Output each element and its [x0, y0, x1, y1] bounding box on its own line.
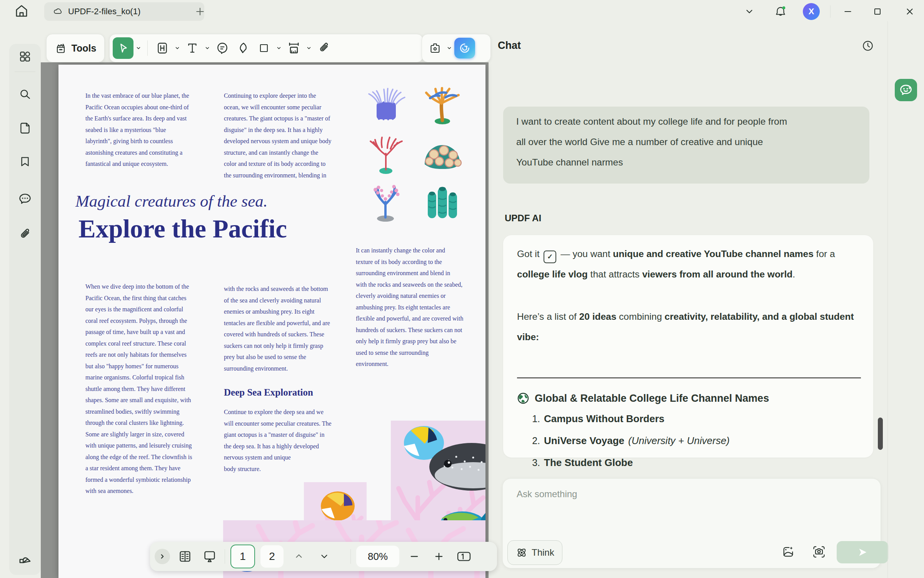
- chevron-down-icon: [205, 45, 210, 51]
- sidebar-item-thumbnails[interactable]: [15, 119, 35, 138]
- doc-subtitle: Magical creatures of the sea.: [75, 192, 268, 210]
- attachment-tool-button[interactable]: [314, 37, 334, 59]
- doc-paragraph: It can instantly change the color and te…: [356, 245, 479, 370]
- ai-section-heading: Global & Relatable College Life Channel …: [517, 392, 769, 404]
- ai-chat-button[interactable]: [895, 79, 917, 101]
- sidebar-item-attachments[interactable]: [15, 225, 35, 244]
- stamp-tool-button[interactable]: [426, 37, 444, 59]
- sidebar-item-comments[interactable]: [15, 189, 35, 209]
- presentation-icon: [203, 550, 217, 563]
- camera-capture-icon: [812, 545, 826, 559]
- sidebar-item-signature[interactable]: [15, 548, 35, 567]
- updf-ai-button[interactable]: [454, 38, 475, 58]
- presentation-button[interactable]: [200, 547, 219, 566]
- close-icon: [905, 7, 915, 17]
- two-page-view-icon: [178, 550, 192, 563]
- text-tool-dropdown[interactable]: [203, 45, 212, 51]
- text-tool-button[interactable]: [182, 37, 202, 59]
- shape-tool-dropdown[interactable]: [275, 45, 283, 51]
- doc-paragraph: In the vast embrace of our blue planet, …: [85, 90, 207, 170]
- signature-pen-icon: [18, 550, 32, 565]
- select-tool-button[interactable]: [113, 37, 133, 59]
- insert-image-button[interactable]: [778, 541, 798, 563]
- minus-icon: [409, 551, 420, 562]
- select-tool-dropdown[interactable]: [134, 45, 143, 51]
- chevron-down-icon: [306, 45, 312, 51]
- doc-paragraph: Continuing to explore deeper into the oc…: [224, 90, 345, 181]
- cloud-sync-icon: [53, 7, 63, 17]
- measure-tool-button[interactable]: [284, 37, 304, 59]
- chevron-down-icon: [319, 551, 329, 561]
- ai-divider: [517, 378, 861, 378]
- plus-icon: [434, 551, 444, 562]
- chat-panel-title: Chat: [498, 40, 521, 52]
- think-toggle-button[interactable]: Think: [507, 540, 562, 565]
- sidebar-item-search[interactable]: [15, 85, 35, 104]
- bell-icon: [774, 5, 787, 18]
- ai-chat-smile-icon: [899, 83, 913, 97]
- rectangle-icon: [258, 42, 270, 54]
- zoom-in-button[interactable]: [429, 547, 449, 566]
- expand-pager-button[interactable]: [155, 549, 170, 564]
- chat-panel: Chat I want to create content about my c…: [489, 21, 887, 578]
- send-button[interactable]: [837, 541, 888, 563]
- ai-section-title: Global & Relatable College Life Channel …: [535, 393, 769, 404]
- toolbar-divider: [147, 40, 148, 56]
- collapse-toolbar-button[interactable]: [742, 5, 757, 18]
- page-2-button[interactable]: 2: [260, 545, 284, 568]
- globe-icon: [517, 392, 529, 404]
- list-item: 3. The Student Globe: [522, 457, 730, 479]
- doc-paragraph: with the rocks and seaweeds at the botto…: [224, 283, 347, 374]
- marker-pen-icon: [237, 42, 250, 55]
- send-icon: [857, 546, 868, 558]
- close-button[interactable]: [901, 5, 918, 18]
- updf-app-window: UPDF-2-files_ko(1) X: [0, 0, 924, 578]
- tools-label: Tools: [72, 43, 97, 54]
- doc-title: Explore the Pacific: [78, 214, 287, 244]
- measure-tool-dropdown[interactable]: [305, 45, 313, 51]
- fit-width-button[interactable]: [454, 547, 473, 566]
- page-1-button[interactable]: 1: [230, 545, 255, 568]
- text-icon: [186, 42, 199, 55]
- sidebar-item-bookmarks[interactable]: [15, 152, 35, 171]
- pager-divider: [350, 549, 351, 564]
- tools-button[interactable]: Tools: [46, 34, 105, 62]
- chat-input[interactable]: [516, 488, 787, 513]
- comment-tool-button[interactable]: [212, 37, 232, 59]
- sidebar-item-panels[interactable]: [15, 47, 35, 66]
- minimize-button[interactable]: [839, 5, 856, 18]
- notifications-button[interactable]: [772, 3, 789, 20]
- chat-input-card: Think: [502, 478, 881, 568]
- ruler-icon: [287, 41, 301, 55]
- grid-icon: [18, 50, 32, 63]
- maximize-button[interactable]: [869, 5, 886, 18]
- edit-text-tool-button[interactable]: [152, 37, 172, 59]
- ai-paragraph-1: Got it ✓ — you want unique and creative …: [517, 244, 859, 284]
- chat-scrollbar-thumb[interactable]: [878, 418, 883, 450]
- user-avatar[interactable]: X: [803, 3, 820, 20]
- search-icon: [18, 88, 32, 101]
- edit-text-dropdown[interactable]: [173, 45, 182, 51]
- home-button[interactable]: [12, 2, 31, 20]
- document-tab[interactable]: UPDF-2-files_ko(1): [44, 2, 204, 21]
- doc-paragraph: Continue to explore the deep sea and we …: [224, 406, 347, 474]
- next-page-button[interactable]: [314, 547, 334, 566]
- screenshot-button[interactable]: [809, 541, 829, 563]
- previous-page-button[interactable]: [289, 547, 309, 566]
- new-tab-button[interactable]: [192, 4, 208, 19]
- zoom-level-button[interactable]: 80%: [356, 546, 399, 567]
- shape-tool-button[interactable]: [254, 37, 274, 59]
- coral-sponge-image: [417, 178, 467, 223]
- stamp-tool-dropdown[interactable]: [445, 45, 454, 51]
- zoom-out-button[interactable]: [405, 547, 424, 566]
- paperclip-icon: [317, 42, 330, 55]
- atom-icon: [515, 546, 528, 559]
- cursor-icon: [117, 42, 129, 54]
- chat-history-button[interactable]: [859, 37, 877, 55]
- tools-icon: [55, 42, 67, 54]
- page-layout-button[interactable]: [175, 547, 195, 566]
- highlight-tool-button[interactable]: [233, 37, 253, 59]
- doc-paragraph: When we dive deep into the bottom of the…: [85, 281, 208, 497]
- bookmark-icon: [18, 155, 32, 168]
- ai-sender-label: UPDF AI: [505, 213, 541, 224]
